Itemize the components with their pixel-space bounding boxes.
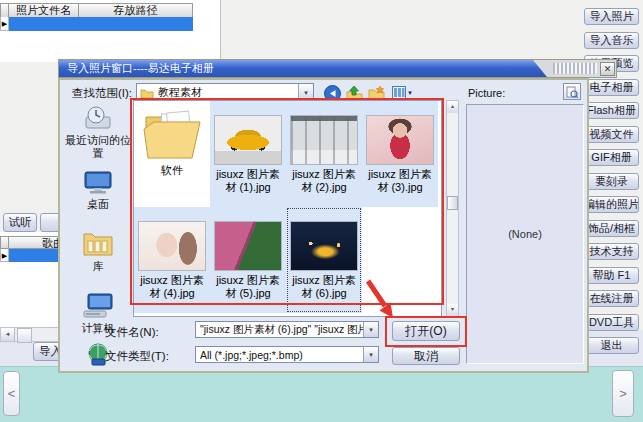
scrollbar-thumb[interactable] [447,196,458,210]
scroll-down-icon[interactable]: ▾ [447,304,458,316]
cancel-button[interactable]: 取消 [392,347,460,365]
dialog-titlebar[interactable]: 导入照片窗口----易达电子相册 ✕ [58,59,617,78]
sidebar-item-label: 桌面 [64,198,132,211]
libraries-icon [64,228,132,258]
views-dropdown-icon: ▾ [408,89,412,97]
strip-prev-button[interactable]: < [3,371,20,416]
dialog-title: 导入照片窗口----易达电子相册 [67,60,214,77]
close-icon[interactable]: ✕ [600,62,615,76]
file-type-value: All (*.jpg;*.jpeg;*.bmp) [196,349,363,361]
video-file-button[interactable]: 视频文件 [584,126,639,143]
sidebar-item-recent-places[interactable]: 最近访问的位置 [64,104,132,159]
file-name-label: 文件名(N): [105,325,159,340]
photo-table-panel: 照片文件名 存放路径 ▶ [0,0,221,62]
row-marker-icon: ▶ [0,249,9,262]
import-music-side-button[interactable]: 导入音乐 [584,32,639,49]
dropdown-icon[interactable]: ▾ [363,347,378,362]
burn-button[interactable]: 要刻录 [584,173,639,190]
screen: 照片文件名 存放路径 ▶ 试听 歌曲名 ▶ ◂ 导入音乐 < > 导入照片 导入… [0,0,643,422]
sidebar-item-label: 最近访问的位置 [64,134,132,159]
e-album-button[interactable]: 电子相册 [584,79,639,96]
file-name-value: "jisuxz 图片素材 (6).jpg" "jisuxz 图片 [196,323,363,337]
photo-table-header: 照片文件名 存放路径 [0,3,193,18]
computer-icon [64,292,132,320]
folder-icon [140,87,154,99]
thumbnail-strip [0,366,643,422]
desktop-icon [64,170,132,196]
register-button[interactable]: 在线注册 [584,290,639,307]
strip-next-button[interactable]: > [612,370,634,417]
picture-label: Picture: [468,87,505,99]
gif-album-button[interactable]: GIF相册 [584,149,639,166]
edited-photos-button[interactable]: 编辑的照片 [584,196,639,213]
sidebar-item-desktop[interactable]: 桌面 [64,170,132,211]
song-horizontal-scrollbar[interactable]: ◂ [0,327,60,342]
annotation-arrow [360,278,402,322]
file-type-label: 文件类型(T): [105,349,169,364]
photo-table-selected-row[interactable]: ▶ [0,17,193,31]
scroll-up-icon[interactable]: ▴ [447,101,458,113]
recent-places-icon [64,104,132,132]
preview-icon [566,86,578,98]
help-button[interactable]: 帮助 F1 [584,267,639,284]
sidebar-item-libraries[interactable]: 库 [64,228,132,273]
row-marker-icon: ▶ [0,17,9,31]
preview-none-text: (None) [508,228,542,240]
scroll-left-icon[interactable]: ◂ [1,328,15,341]
column-header-path[interactable]: 存放路径 [79,3,193,18]
tech-support-button[interactable]: 技术支持 [584,243,639,260]
marker-column-header [0,236,9,249]
scrollbar-thumb[interactable] [17,328,32,343]
dvd-tools-button[interactable]: DVD工具 [584,314,639,331]
dropdown-icon[interactable]: ▾ [363,322,378,337]
column-header-filename[interactable]: 照片文件名 [9,3,79,18]
flash-album-button[interactable]: Flash相册 [584,102,639,119]
ornament-frame-button[interactable]: 饰品/相框 [584,220,639,237]
file-list-scrollbar[interactable]: ▴ ▾ [446,100,459,317]
marker-column-header [0,3,9,18]
import-photos-button[interactable]: 导入照片 [584,8,639,25]
preview-toggle-button[interactable] [563,83,581,100]
file-name-combobox[interactable]: "jisuxz 图片素材 (6).jpg" "jisuxz 图片 ▾ [195,321,379,338]
picture-preview-box: (None) [466,104,584,364]
titlebar-gripper [553,63,597,74]
annotation-rectangle-filelist [130,98,444,305]
look-in-label: 查找范围(I): [72,86,132,101]
listen-button[interactable]: 试听 [3,213,37,232]
file-type-combobox[interactable]: All (*.jpg;*.jpeg;*.bmp) ▾ [195,346,379,363]
exit-button[interactable]: 退出 [584,337,639,354]
sidebar-item-label: 库 [64,260,132,273]
